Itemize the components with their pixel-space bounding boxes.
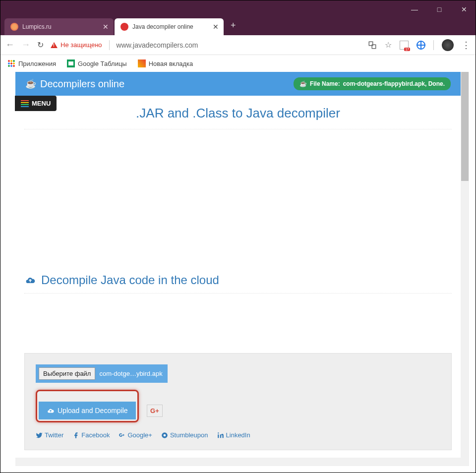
site-brand[interactable]: ☕ Decompilers online [25, 78, 124, 90]
coffee-icon: ☕ [25, 78, 36, 89]
bottom-box [24, 459, 452, 466]
upload-button-label: Upload and Decompile [58, 407, 128, 414]
back-button[interactable]: ← [5, 40, 14, 50]
google-plus-badge[interactable]: G+ [147, 405, 163, 417]
side-menu-button[interactable]: MENU [15, 96, 57, 111]
upload-card: Выберите файл com-dotge…ybird.apk Upload… [24, 353, 452, 450]
reload-button[interactable]: ↻ [37, 40, 44, 50]
bookmark-newtab[interactable]: Новая вкладка [138, 59, 193, 67]
maximize-button[interactable]: □ [432, 5, 447, 13]
cloud-upload-icon [47, 407, 55, 414]
svg-point-3 [164, 434, 166, 436]
upload-decompile-button[interactable]: Upload and Decompile [39, 402, 136, 419]
bookmark-apps[interactable]: Приложения [7, 59, 56, 67]
sheets-icon [67, 59, 75, 67]
social-twitter[interactable]: Twitter [36, 431, 63, 439]
bookmark-label: Новая вкладка [149, 60, 193, 67]
site-header: ☕ Decompilers online ☕ File Name: com-do… [15, 72, 461, 96]
coffee-icon: ☕ [299, 80, 307, 87]
address-bar-actions: ☆ ⋮ [368, 39, 471, 51]
section-heading: Decompile Java code in the cloud [24, 273, 452, 294]
selected-file-name: com-dotge…ybird.apk [99, 370, 162, 377]
highlight-ring: Upload and Decompile [36, 390, 139, 422]
minimize-button[interactable]: — [407, 5, 422, 13]
bookmark-sheets[interactable]: Google Таблицы [67, 59, 127, 67]
address-bar: ← → ↻ Не защищено www.javadecompilers.co… [0, 35, 476, 55]
tab-java-decompiler[interactable]: Java decompiler online ✕ [115, 18, 224, 35]
social-stumbleupon[interactable]: Stumbleupon [161, 431, 208, 439]
translate-icon[interactable] [368, 40, 377, 50]
divider [433, 40, 434, 50]
tab-title: Java decompiler online [132, 23, 193, 30]
cloud-upload-icon [24, 274, 36, 287]
globe-icon[interactable] [416, 41, 425, 50]
svg-rect-4 [218, 434, 219, 438]
warning-icon [51, 42, 58, 48]
page-viewport: ☕ Decompilers online ☕ File Name: com-do… [15, 72, 469, 466]
newtab-icon [138, 59, 146, 67]
bookmark-label: Google Таблицы [78, 60, 127, 67]
close-icon[interactable]: ✕ [103, 23, 109, 31]
favicon-java [120, 23, 128, 31]
social-google-plus[interactable]: Google+ [119, 431, 152, 439]
bookmark-label: Приложения [18, 60, 56, 67]
brand-text: Decompilers online [40, 78, 124, 90]
close-button[interactable]: ✕ [457, 5, 472, 13]
scrollbar-vertical[interactable] [461, 72, 469, 181]
social-facebook[interactable]: Facebook [72, 431, 110, 439]
browser-titlebar: Lumpics.ru ✕ Java decompiler online ✕ + … [0, 0, 476, 35]
security-text: Не защищено [60, 41, 102, 49]
tab-title: Lumpics.ru [22, 23, 52, 30]
burger-icon [21, 100, 29, 107]
new-tab-button[interactable]: + [225, 20, 242, 31]
close-icon[interactable]: ✕ [213, 23, 219, 31]
page-title: .JAR and .Class to Java decompiler [24, 102, 452, 129]
security-indicator[interactable]: Не защищено [51, 41, 102, 49]
section-heading-text: Decompile Java code in the cloud [41, 273, 219, 287]
favicon-lumpics [10, 23, 18, 31]
apps-icon [7, 59, 15, 67]
upload-status-pill: ☕ File Name: com-dotgears-flappybird.apk… [294, 77, 451, 90]
file-input-row[interactable]: Выберите файл com-dotge…ybird.apk [36, 364, 168, 383]
forward-button[interactable]: → [21, 40, 30, 50]
social-links: Twitter Facebook Google+ Stumbleupon Lin… [36, 431, 440, 439]
status-prefix: File Name: [310, 80, 340, 87]
menu-icon[interactable]: ⋮ [462, 40, 471, 51]
divider [109, 40, 110, 50]
profile-avatar[interactable] [442, 39, 454, 51]
menu-label: MENU [32, 100, 51, 107]
tab-strip: Lumpics.ru ✕ Java decompiler online ✕ + [4, 17, 242, 35]
star-icon[interactable]: ☆ [385, 40, 392, 50]
choose-file-button[interactable]: Выберите файл [39, 367, 95, 380]
extension-icon[interactable] [400, 41, 409, 50]
bookmarks-bar: Приложения Google Таблицы Новая вкладка [0, 55, 476, 72]
social-linkedin[interactable]: LinkedIn [217, 431, 250, 439]
window-controls: — □ ✕ [407, 5, 472, 13]
status-file: com-dotgears-flappybird.apk, Done. [343, 80, 445, 87]
tab-lumpics[interactable]: Lumpics.ru ✕ [4, 18, 114, 35]
url-field[interactable]: www.javadecompilers.com [117, 41, 361, 49]
page-content: .JAR and .Class to Java decompiler Decom… [15, 96, 461, 466]
svg-point-5 [218, 432, 219, 433]
